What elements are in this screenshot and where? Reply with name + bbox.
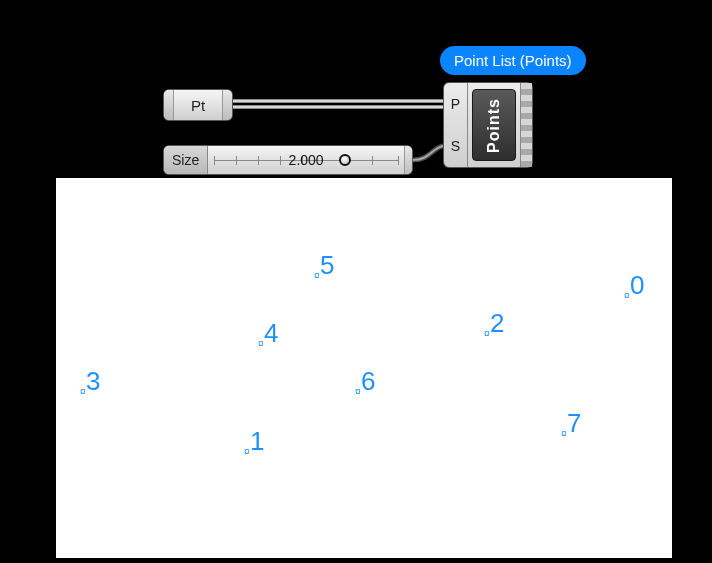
component-core: Points: [472, 89, 516, 161]
point-index-label: 6: [361, 366, 375, 397]
point-index-label: 0: [630, 270, 644, 301]
output-edge: [520, 83, 532, 167]
component-core-label: Points: [485, 98, 503, 153]
slider-size-tag: Size: [164, 146, 208, 174]
point-index-label: 7: [567, 408, 581, 439]
input-port-p[interactable]: P: [444, 83, 467, 125]
point-index-label: 5: [320, 250, 334, 281]
slider-size[interactable]: Size 2.000: [163, 145, 413, 175]
point-index-label: 3: [86, 366, 100, 397]
tooltip-point-list: Point List (Points): [440, 46, 586, 75]
point-index-label: 1: [250, 426, 264, 457]
grip-left: [164, 90, 174, 120]
component-point-list[interactable]: P S Points: [443, 82, 533, 168]
point-index-label: 2: [490, 308, 504, 339]
slider-track[interactable]: 2.000: [208, 146, 404, 174]
slider-knob[interactable]: [339, 154, 351, 166]
slider-ticks: [214, 160, 398, 161]
grip-right: [404, 146, 412, 174]
input-ports: P S: [444, 83, 468, 167]
input-port-s[interactable]: S: [444, 125, 467, 167]
rhino-viewport: ¤0¤1¤2¤3¤4¤5¤6¤7: [56, 178, 672, 558]
param-pt-label: Pt: [179, 90, 217, 120]
point-index-label: 4: [264, 318, 278, 349]
param-pt[interactable]: Pt: [163, 89, 233, 121]
grip-right: [222, 90, 232, 120]
